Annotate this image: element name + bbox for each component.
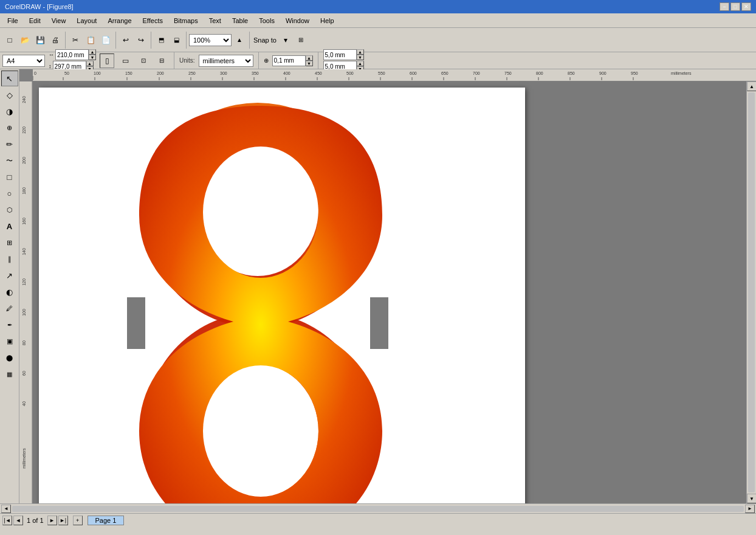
open-button[interactable]: 📂	[18, 33, 32, 47]
ruler-top: 0 50 100 150 200 250 300 350 400	[33, 69, 756, 81]
snap-icon[interactable]: ⊞	[294, 33, 308, 47]
svg-text:80: 80	[22, 340, 26, 345]
redo-button[interactable]: ↪	[134, 33, 148, 47]
svg-text:0: 0	[34, 71, 36, 75]
new-button[interactable]: □	[2, 33, 17, 47]
margin2-up-button[interactable]: ▲	[357, 61, 364, 66]
copy-button[interactable]: 📋	[83, 33, 98, 47]
height-up-button[interactable]: ▲	[86, 61, 94, 66]
margin1-up-button[interactable]: ▲	[357, 49, 364, 55]
print-button[interactable]: 🖨	[48, 33, 63, 47]
svg-text:180: 180	[22, 187, 26, 195]
fill-tool[interactable]: ▣	[1, 333, 18, 349]
window-controls: − □ ✕	[720, 2, 751, 11]
svg-text:240: 240	[22, 96, 26, 103]
nudge-up-button[interactable]: ▲	[306, 55, 313, 61]
scroll-down-button[interactable]: ▼	[747, 494, 756, 503]
nudge-down-button[interactable]: ▼	[306, 61, 313, 66]
menu-tools[interactable]: Tools	[254, 16, 280, 26]
landscape-button[interactable]: ▭	[118, 54, 132, 68]
close-button[interactable]: ✕	[741, 2, 751, 11]
import-button[interactable]: ⬒	[154, 33, 168, 47]
paste-button[interactable]: 📄	[98, 33, 113, 47]
blend-tool[interactable]: ◐	[1, 284, 18, 300]
scroll-up-button[interactable]: ▲	[747, 81, 756, 91]
page-options-button[interactable]: ⊡	[136, 54, 151, 68]
menu-edit[interactable]: Edit	[24, 16, 46, 26]
menu-table[interactable]: Table	[227, 16, 253, 26]
menu-arrange[interactable]: Arrange	[103, 16, 136, 26]
margin1-input[interactable]	[323, 49, 357, 60]
first-page-button[interactable]: |◄	[2, 516, 12, 525]
outline-tool[interactable]: ✒	[1, 317, 18, 333]
scroll-thumb-bottom[interactable]	[12, 506, 744, 512]
smart-fill-tool[interactable]: ⬤	[1, 350, 18, 365]
eyedropper-tool[interactable]: 🖉	[1, 300, 18, 316]
rectangle-tool[interactable]: □	[1, 169, 18, 185]
menu-help[interactable]: Help	[315, 16, 339, 26]
svg-rect-2	[33, 69, 756, 81]
margin1-down-button[interactable]: ▼	[357, 55, 364, 60]
margins: ▲ ▼ ▲ ▼	[323, 49, 364, 72]
minimize-button[interactable]: −	[720, 2, 729, 11]
scroll-thumb-right[interactable]	[748, 92, 755, 492]
scroll-right-button[interactable]: ►	[745, 505, 755, 513]
export-button[interactable]: ⬓	[169, 33, 184, 47]
svg-text:160: 160	[22, 218, 26, 225]
table-tool[interactable]: ⊞	[1, 235, 18, 250]
page-tab[interactable]: Page 1	[88, 516, 125, 525]
smear-tool[interactable]: ◑	[1, 103, 18, 119]
page-bleed-button[interactable]: ⊟	[154, 54, 169, 68]
maximize-button[interactable]: □	[730, 2, 740, 11]
svg-text:millimeters: millimeters	[671, 71, 692, 75]
selector-tool[interactable]: ↖	[1, 71, 18, 86]
svg-text:200: 200	[157, 71, 164, 75]
menu-bitmaps[interactable]: Bitmaps	[169, 16, 203, 26]
shape-tool[interactable]: ◇	[1, 87, 18, 103]
svg-text:60: 60	[22, 371, 26, 376]
menu-effects[interactable]: Effects	[138, 16, 168, 26]
height-icon: ↕	[49, 63, 52, 69]
zoom-select[interactable]: 100%50%75%150%200%	[189, 34, 232, 46]
nudge-input[interactable]	[272, 55, 306, 66]
menu-file[interactable]: File	[2, 16, 23, 26]
portrait-button[interactable]: ▯	[100, 54, 114, 68]
separator5	[249, 32, 250, 49]
smart-draw-tool[interactable]: 〜	[1, 153, 18, 168]
menu-text[interactable]: Text	[204, 16, 226, 26]
page-dimensions: ↔ ▲ ▼ ↕ ▲ ▼	[49, 49, 96, 72]
svg-text:950: 950	[631, 71, 638, 75]
save-button[interactable]: 💾	[33, 33, 47, 47]
next-page-button[interactable]: ►	[47, 516, 57, 525]
dimension-tool[interactable]: ∥	[1, 251, 18, 267]
freehand-tool[interactable]: ✏	[1, 136, 18, 152]
zoom-tool[interactable]: ⊕	[1, 120, 18, 136]
undo-button[interactable]: ↩	[119, 33, 133, 47]
text-tool[interactable]: A	[1, 218, 18, 234]
menu-view[interactable]: View	[47, 16, 71, 26]
add-page-button[interactable]: +	[73, 516, 83, 525]
svg-text:550: 550	[378, 71, 385, 75]
scroll-left-button[interactable]: ◄	[1, 505, 11, 513]
ellipse-tool[interactable]: ○	[1, 185, 18, 201]
svg-rect-44	[19, 81, 33, 503]
svg-text:600: 600	[410, 71, 417, 75]
cut-button[interactable]: ✂	[68, 33, 83, 47]
menu-window[interactable]: Window	[281, 16, 314, 26]
page-width-input[interactable]	[55, 49, 89, 60]
svg-text:750: 750	[504, 71, 512, 75]
prev-page-button[interactable]: ◄	[13, 516, 23, 525]
width-up-button[interactable]: ▲	[89, 49, 96, 55]
connector-tool[interactable]: ↗	[1, 268, 18, 283]
last-page-button[interactable]: ►|	[58, 516, 68, 525]
zoom-up-button[interactable]: ▲	[232, 33, 247, 47]
statusbar: |◄ ◄ 1 of 1 ► ►| + Page 1	[0, 513, 756, 526]
menu-layout[interactable]: Layout	[72, 16, 101, 26]
polygon-tool[interactable]: ⬡	[1, 202, 18, 218]
snap-label: Snap to	[252, 36, 278, 44]
snap-dropdown[interactable]: ▾	[278, 33, 293, 47]
width-down-button[interactable]: ▼	[89, 55, 96, 60]
page-preset-select[interactable]: A4A3Letter	[2, 55, 45, 67]
units-select[interactable]: millimetersinchespixels	[199, 55, 253, 67]
interactive-fill-tool[interactable]: ▦	[1, 366, 18, 382]
